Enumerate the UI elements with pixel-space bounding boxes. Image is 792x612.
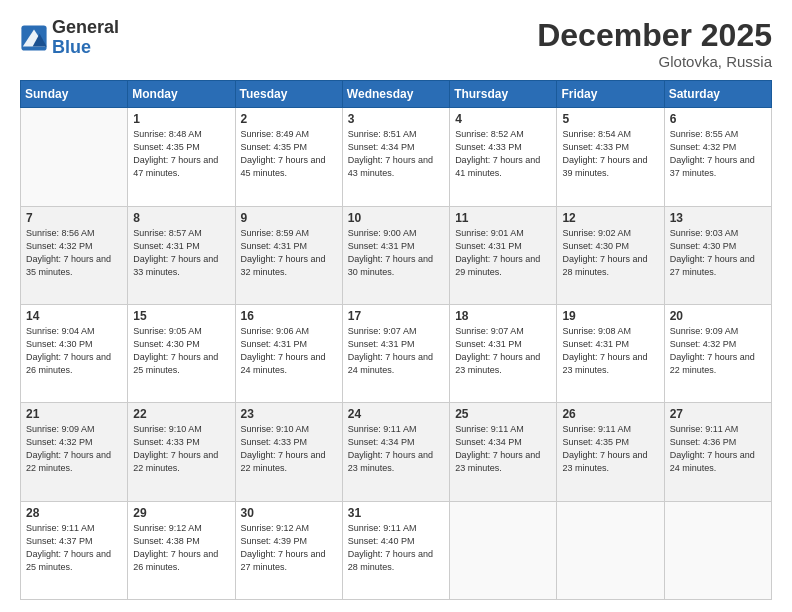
day-info: Sunrise: 8:54 AMSunset: 4:33 PMDaylight:… [562,128,658,180]
table-row: 24Sunrise: 9:11 AMSunset: 4:34 PMDayligh… [342,403,449,501]
table-row: 11Sunrise: 9:01 AMSunset: 4:31 PMDayligh… [450,206,557,304]
day-info: Sunrise: 9:10 AMSunset: 4:33 PMDaylight:… [241,423,337,475]
table-row [557,501,664,599]
day-info: Sunrise: 9:02 AMSunset: 4:30 PMDaylight:… [562,227,658,279]
table-row: 5Sunrise: 8:54 AMSunset: 4:33 PMDaylight… [557,108,664,206]
col-wednesday: Wednesday [342,81,449,108]
day-number: 19 [562,309,658,323]
table-row [21,108,128,206]
table-row: 7Sunrise: 8:56 AMSunset: 4:32 PMDaylight… [21,206,128,304]
day-info: Sunrise: 9:10 AMSunset: 4:33 PMDaylight:… [133,423,229,475]
col-sunday: Sunday [21,81,128,108]
logo-general-text: General [52,18,119,38]
table-row: 14Sunrise: 9:04 AMSunset: 4:30 PMDayligh… [21,304,128,402]
day-info: Sunrise: 9:11 AMSunset: 4:36 PMDaylight:… [670,423,766,475]
table-row: 29Sunrise: 9:12 AMSunset: 4:38 PMDayligh… [128,501,235,599]
table-row: 17Sunrise: 9:07 AMSunset: 4:31 PMDayligh… [342,304,449,402]
table-row: 3Sunrise: 8:51 AMSunset: 4:34 PMDaylight… [342,108,449,206]
day-number: 12 [562,211,658,225]
day-info: Sunrise: 9:09 AMSunset: 4:32 PMDaylight:… [670,325,766,377]
day-number: 24 [348,407,444,421]
day-info: Sunrise: 8:59 AMSunset: 4:31 PMDaylight:… [241,227,337,279]
day-number: 31 [348,506,444,520]
table-row [664,501,771,599]
table-row: 31Sunrise: 9:11 AMSunset: 4:40 PMDayligh… [342,501,449,599]
day-info: Sunrise: 9:04 AMSunset: 4:30 PMDaylight:… [26,325,122,377]
month-title: December 2025 [537,18,772,53]
col-friday: Friday [557,81,664,108]
col-saturday: Saturday [664,81,771,108]
day-info: Sunrise: 9:05 AMSunset: 4:30 PMDaylight:… [133,325,229,377]
table-row: 20Sunrise: 9:09 AMSunset: 4:32 PMDayligh… [664,304,771,402]
table-row: 1Sunrise: 8:48 AMSunset: 4:35 PMDaylight… [128,108,235,206]
table-row: 23Sunrise: 9:10 AMSunset: 4:33 PMDayligh… [235,403,342,501]
table-row: 9Sunrise: 8:59 AMSunset: 4:31 PMDaylight… [235,206,342,304]
day-number: 1 [133,112,229,126]
day-number: 7 [26,211,122,225]
table-row: 16Sunrise: 9:06 AMSunset: 4:31 PMDayligh… [235,304,342,402]
col-thursday: Thursday [450,81,557,108]
table-row: 27Sunrise: 9:11 AMSunset: 4:36 PMDayligh… [664,403,771,501]
day-number: 22 [133,407,229,421]
table-row: 21Sunrise: 9:09 AMSunset: 4:32 PMDayligh… [21,403,128,501]
calendar-table: Sunday Monday Tuesday Wednesday Thursday… [20,80,772,600]
day-number: 16 [241,309,337,323]
day-info: Sunrise: 9:11 AMSunset: 4:35 PMDaylight:… [562,423,658,475]
col-monday: Monday [128,81,235,108]
table-row: 30Sunrise: 9:12 AMSunset: 4:39 PMDayligh… [235,501,342,599]
day-number: 20 [670,309,766,323]
table-row: 18Sunrise: 9:07 AMSunset: 4:31 PMDayligh… [450,304,557,402]
day-number: 11 [455,211,551,225]
day-number: 2 [241,112,337,126]
table-row: 26Sunrise: 9:11 AMSunset: 4:35 PMDayligh… [557,403,664,501]
day-info: Sunrise: 9:03 AMSunset: 4:30 PMDaylight:… [670,227,766,279]
day-info: Sunrise: 9:08 AMSunset: 4:31 PMDaylight:… [562,325,658,377]
day-info: Sunrise: 9:00 AMSunset: 4:31 PMDaylight:… [348,227,444,279]
day-info: Sunrise: 9:07 AMSunset: 4:31 PMDaylight:… [455,325,551,377]
day-info: Sunrise: 8:55 AMSunset: 4:32 PMDaylight:… [670,128,766,180]
table-row: 19Sunrise: 9:08 AMSunset: 4:31 PMDayligh… [557,304,664,402]
table-row: 2Sunrise: 8:49 AMSunset: 4:35 PMDaylight… [235,108,342,206]
day-info: Sunrise: 9:06 AMSunset: 4:31 PMDaylight:… [241,325,337,377]
table-row: 6Sunrise: 8:55 AMSunset: 4:32 PMDaylight… [664,108,771,206]
logo-text: General Blue [52,18,119,58]
col-tuesday: Tuesday [235,81,342,108]
table-row: 12Sunrise: 9:02 AMSunset: 4:30 PMDayligh… [557,206,664,304]
table-row: 25Sunrise: 9:11 AMSunset: 4:34 PMDayligh… [450,403,557,501]
day-number: 9 [241,211,337,225]
day-number: 29 [133,506,229,520]
day-info: Sunrise: 9:11 AMSunset: 4:40 PMDaylight:… [348,522,444,574]
day-number: 8 [133,211,229,225]
table-row: 8Sunrise: 8:57 AMSunset: 4:31 PMDaylight… [128,206,235,304]
logo-blue-text: Blue [52,38,119,58]
day-info: Sunrise: 8:52 AMSunset: 4:33 PMDaylight:… [455,128,551,180]
day-info: Sunrise: 8:49 AMSunset: 4:35 PMDaylight:… [241,128,337,180]
day-info: Sunrise: 9:11 AMSunset: 4:34 PMDaylight:… [348,423,444,475]
table-row: 22Sunrise: 9:10 AMSunset: 4:33 PMDayligh… [128,403,235,501]
header: General Blue December 2025 Glotovka, Rus… [20,18,772,70]
day-number: 15 [133,309,229,323]
day-info: Sunrise: 9:12 AMSunset: 4:38 PMDaylight:… [133,522,229,574]
day-number: 26 [562,407,658,421]
logo-icon [20,24,48,52]
calendar-header-row: Sunday Monday Tuesday Wednesday Thursday… [21,81,772,108]
table-row: 15Sunrise: 9:05 AMSunset: 4:30 PMDayligh… [128,304,235,402]
day-number: 3 [348,112,444,126]
page: General Blue December 2025 Glotovka, Rus… [0,0,792,612]
day-number: 18 [455,309,551,323]
day-number: 5 [562,112,658,126]
table-row: 28Sunrise: 9:11 AMSunset: 4:37 PMDayligh… [21,501,128,599]
day-number: 17 [348,309,444,323]
table-row: 10Sunrise: 9:00 AMSunset: 4:31 PMDayligh… [342,206,449,304]
day-info: Sunrise: 8:48 AMSunset: 4:35 PMDaylight:… [133,128,229,180]
table-row: 13Sunrise: 9:03 AMSunset: 4:30 PMDayligh… [664,206,771,304]
title-block: December 2025 Glotovka, Russia [537,18,772,70]
day-info: Sunrise: 9:11 AMSunset: 4:34 PMDaylight:… [455,423,551,475]
day-info: Sunrise: 9:01 AMSunset: 4:31 PMDaylight:… [455,227,551,279]
day-number: 4 [455,112,551,126]
logo: General Blue [20,18,119,58]
day-number: 25 [455,407,551,421]
table-row: 4Sunrise: 8:52 AMSunset: 4:33 PMDaylight… [450,108,557,206]
location: Glotovka, Russia [537,53,772,70]
day-info: Sunrise: 8:51 AMSunset: 4:34 PMDaylight:… [348,128,444,180]
